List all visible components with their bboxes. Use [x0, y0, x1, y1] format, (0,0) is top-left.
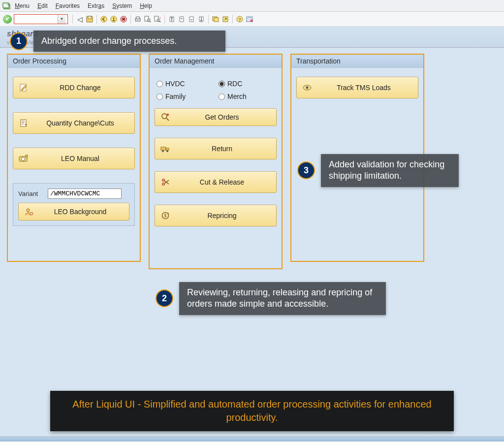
rdd-change-button[interactable]: RDD Change	[13, 77, 135, 98]
callout-text-3: Added validation for checking shipping l…	[321, 154, 459, 187]
svg-text:$: $	[164, 213, 166, 218]
callout-text-2: Reviewing, returning, releasing and repr…	[179, 282, 386, 315]
find-icon[interactable]	[143, 15, 152, 24]
search-icon	[160, 112, 171, 123]
svg-point-36	[162, 179, 164, 181]
radio-rdc[interactable]: RDC	[219, 80, 275, 88]
separator	[72, 15, 73, 24]
svg-point-34	[162, 150, 164, 152]
work-area: Order Processing RDD Change Quantity Cha…	[0, 48, 504, 442]
pencil-icon	[18, 82, 29, 93]
callout-text-1: Abridged order change processes.	[33, 31, 225, 52]
callout-2: 2 Reviewing, returning, releasing and re…	[156, 282, 386, 315]
person-cog-icon	[24, 206, 34, 217]
command-input[interactable]	[14, 16, 58, 23]
truck-icon	[160, 143, 171, 154]
menu-item-extras[interactable]: Extras	[88, 2, 104, 9]
help-icon[interactable]: ?	[235, 15, 244, 24]
svg-rect-23	[21, 120, 26, 127]
menu-item-edit[interactable]: Edit	[37, 2, 48, 9]
page-up-icon[interactable]	[177, 15, 186, 24]
cut-release-button[interactable]: Cut & Release	[155, 171, 277, 193]
svg-point-35	[166, 150, 168, 152]
leo-background-box: Variant LEO Background	[13, 183, 135, 226]
svg-point-21	[251, 19, 253, 22]
refresh-money-icon: $	[160, 210, 171, 221]
page-last-icon[interactable]	[197, 15, 206, 24]
svg-rect-2	[88, 16, 91, 19]
svg-rect-7	[136, 17, 139, 19]
session-icon	[2, 1, 11, 10]
leo-manual-button[interactable]: LEO Manual	[13, 148, 135, 169]
svg-line-30	[166, 118, 169, 121]
panel-title-order-management: Order Management	[150, 55, 282, 68]
back-icon[interactable]: ◁	[75, 15, 84, 24]
return-button[interactable]: Return	[155, 138, 277, 159]
panel-order-management: Order Management HVDC RDC Family Merch G…	[149, 54, 283, 269]
enter-icon[interactable]: ✔	[3, 15, 12, 24]
svg-rect-15	[214, 18, 219, 22]
svg-rect-33	[166, 148, 169, 150]
track-tms-button[interactable]: Track TMS Loads	[296, 77, 418, 98]
leo-background-button[interactable]: LEO Background	[18, 203, 129, 221]
toolbar: ✔ ▼ ◁ ?	[0, 12, 504, 27]
menu-item-system[interactable]: System	[112, 2, 132, 9]
callout-badge-1: 1	[10, 32, 28, 50]
svg-point-37	[162, 183, 164, 185]
variant-input[interactable]	[48, 189, 122, 199]
svg-point-25	[21, 157, 25, 160]
separator	[232, 15, 233, 24]
quantity-change-button[interactable]: Quantity Change\Cuts	[13, 112, 135, 134]
radio-family[interactable]: Family	[157, 93, 213, 100]
svg-point-27	[27, 209, 30, 212]
svg-point-29	[162, 114, 167, 119]
callout-badge-3: 3	[297, 161, 315, 179]
separator	[164, 15, 165, 24]
menu-item-menu[interactable]: Menu	[15, 2, 30, 9]
svg-line-10	[150, 21, 151, 22]
track-tms-label: Track TMS Loads	[315, 84, 413, 92]
cancel-icon[interactable]	[119, 15, 128, 24]
leo-manual-label: LEO Manual	[31, 155, 129, 162]
svg-line-13	[159, 21, 160, 22]
separator	[96, 15, 97, 24]
get-orders-label: Get Orders	[173, 113, 271, 121]
svg-point-28	[30, 212, 33, 215]
page-first-icon[interactable]	[167, 15, 176, 24]
separator	[130, 15, 131, 24]
new-session-icon[interactable]	[211, 15, 220, 24]
radio-hvdc[interactable]: HVDC	[157, 80, 213, 88]
command-dropdown[interactable]: ▼	[58, 15, 65, 24]
print-icon[interactable]	[133, 15, 142, 24]
svg-point-41	[306, 87, 309, 89]
exit-icon[interactable]	[109, 15, 118, 24]
return-label: Return	[173, 145, 271, 153]
save-icon[interactable]	[85, 15, 94, 24]
radio-merch[interactable]: Merch	[219, 93, 275, 100]
variant-label: Variant	[18, 190, 44, 197]
shortcut-icon[interactable]	[221, 15, 230, 24]
cut-release-label: Cut & Release	[173, 178, 271, 186]
layout-icon[interactable]	[245, 15, 254, 24]
repricing-button[interactable]: $ Repricing	[155, 205, 277, 226]
bottom-strip	[0, 437, 504, 442]
callout-1: 1 Abridged order change processes.	[10, 31, 225, 52]
command-field[interactable]: ▼	[14, 14, 68, 24]
quantity-change-label: Quantity Change\Cuts	[31, 119, 129, 127]
page-down-icon[interactable]	[187, 15, 196, 24]
menu-item-favorites[interactable]: Favorites	[56, 2, 80, 9]
callout-3: 3 Added validation for checking shipping…	[297, 154, 459, 187]
menu-item-help[interactable]: Help	[140, 2, 152, 9]
find-next-icon[interactable]	[153, 15, 162, 24]
callout-badge-2: 2	[156, 289, 173, 307]
get-orders-button[interactable]: Get Orders	[155, 108, 277, 126]
svg-rect-26	[26, 155, 28, 157]
order-type-radio-group: HVDC RDC Family Merch	[155, 77, 277, 108]
back-arrow-icon[interactable]	[99, 15, 108, 24]
rdd-change-label: RDD Change	[31, 84, 129, 92]
leo-background-label: LEO Background	[36, 208, 124, 216]
eye-icon	[302, 82, 313, 93]
clipboard-icon	[18, 118, 29, 128]
svg-point-31	[167, 114, 169, 116]
repricing-label: Repricing	[173, 212, 271, 220]
